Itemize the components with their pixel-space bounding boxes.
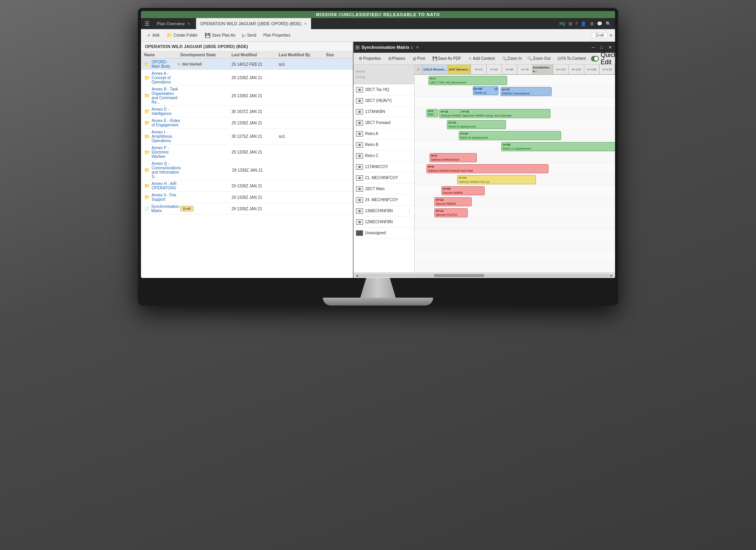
timeline-area[interactable]: H COLD Movem... HOT Movem... H+18 H+38 H…: [415, 65, 615, 272]
unit-12mechinfbn[interactable]: ▦ 12MECHINFBN: [354, 217, 414, 228]
folder-icon-annexb: 📁: [144, 93, 150, 98]
task-secure-pluto[interactable]: H+12 Secure PLUTO: [434, 208, 468, 217]
quick-edit-switch[interactable]: [591, 56, 599, 61]
unit-list: Before During ▦ 1BCT Tac HQ ▦ 1BCT (HEAV…: [354, 65, 415, 272]
unit-1bct-main[interactable]: ▦ 1BCT Main: [354, 183, 414, 194]
unit-menu-13[interactable]: ⋮: [407, 208, 412, 214]
tab-divider: [195, 20, 195, 27]
fit-content-button[interactable]: ⊡ Fit To Content: [556, 56, 588, 61]
unit-1bct-tac-hq[interactable]: ▦ 1BCT Tac HQ: [354, 84, 414, 95]
user-icon[interactable]: 👤: [581, 21, 586, 26]
monitor-icon[interactable]: 🖥: [589, 21, 594, 26]
unit-icon-1: ▦: [356, 87, 363, 93]
right-tab-actions: ─ □ ✕: [590, 44, 613, 50]
send-button[interactable]: ▷ Send: [240, 32, 258, 39]
plan-properties-button[interactable]: Plan Properties: [261, 32, 293, 38]
draft-dropdown[interactable]: ▾: [610, 33, 612, 37]
file-name-annexh: 📁 Annex H - AIR OPERATONS: [144, 181, 180, 190]
file-name-annexii: 📁 Annex II - Fire Support: [144, 193, 180, 202]
file-item-annexh[interactable]: 📁 Annex H - AIR OPERATONS 29 1339Z JAN 2…: [141, 180, 353, 192]
file-item-annexq[interactable]: 📁 Annex Q - Communications and Informati…: [141, 160, 353, 180]
task-secure-mars[interactable]: H+20 Secure MARS: [441, 186, 485, 195]
star-marker-1[interactable]: ★: [472, 85, 477, 93]
unit-24-mechinfcoy[interactable]: ▦ 24. MECHINFCOY: [354, 194, 414, 206]
task-main[interactable]: H+0 Main: [426, 109, 438, 117]
fit-icon: ⊡: [558, 56, 561, 61]
create-folder-button[interactable]: 📁 Create Folder: [164, 32, 200, 39]
unit-retro-a[interactable]: ▦ Retro A: [354, 128, 414, 139]
window-min[interactable]: ─: [590, 44, 597, 50]
col-name: Name: [144, 53, 180, 57]
phases-button[interactable]: ⊟ Phases: [386, 56, 407, 61]
task-objective-mars[interactable]: H+36 Objective MARS setup and Operate: [460, 109, 550, 118]
edit-icon-opord[interactable]: ✎: [177, 62, 180, 67]
scrollbar-thumb[interactable]: [434, 274, 484, 277]
row-11tankbn: [415, 97, 615, 108]
file-item-annexa[interactable]: 📁 Annex A - Concept of Operations 29 133…: [141, 70, 353, 86]
task-retro-a-deploy[interactable]: H+24 Retro A deployment: [447, 120, 506, 129]
tab-bar: ☰ Plan Overview ✕ OPERATION WILD JAGUAR …: [141, 18, 615, 29]
tab-plan-overview-close[interactable]: ✕: [187, 22, 190, 26]
star-marker-2[interactable]: ★: [493, 85, 499, 93]
scroll-right[interactable]: ▶: [610, 273, 613, 278]
task-enemy-resistance[interactable]: H+72 ENEMY Resistance: [500, 87, 552, 96]
file-item-annexp[interactable]: 📁 Annex P - Electronic Warfare 29 1339Z …: [141, 144, 353, 160]
add-button[interactable]: ＋ Add: [144, 31, 162, 39]
scrollbar-track[interactable]: [358, 274, 610, 277]
task-airfield-assault[interactable]: H+0 Salinas Airfield Assault and hold: [426, 164, 548, 173]
file-item-syncmatrix[interactable]: 📄 Synchronisation Matrix Draft 29 1339Z …: [141, 203, 353, 215]
unit-icon-5: ▦: [356, 131, 363, 137]
file-item-annexd[interactable]: 📁 Annex D - Intelligence 30 1637Z JAN 21: [141, 106, 353, 117]
print-button[interactable]: 🖨 Print: [410, 56, 427, 61]
unit-retro-b[interactable]: ▦ Retro B: [354, 139, 414, 150]
folder-icon-annexi: 📁: [144, 134, 150, 139]
tab-sync-matrix-close[interactable]: ✕: [304, 22, 307, 26]
unit-1bct-heavy[interactable]: ▦ 1BCT (HEAVY): [354, 95, 414, 106]
task-retro-c-deploy[interactable]: H+80 Retro C deployment: [501, 142, 615, 151]
file-item-annexii[interactable]: 📁 Annex II - Fire Support 29 1339Z JAN 2…: [141, 192, 353, 203]
file-item-annexe[interactable]: 📁 Annex E - Rules of Engagement 29 1339Z…: [141, 117, 353, 129]
file-item-annexb[interactable]: 📁 Annex B - Task Organisation and Comman…: [141, 86, 353, 106]
scroll-left[interactable]: ◀: [355, 273, 358, 278]
zoom-in-button[interactable]: 🔍 Zoom In: [500, 56, 524, 61]
quick-edit-label: Quick Edit: [600, 52, 615, 66]
add-content-button[interactable]: ＋ Add Content: [466, 55, 497, 62]
file-name-annexq: 📁 Annex Q - Communications and Informati…: [144, 161, 181, 179]
save-plan-as-button[interactable]: 💾 Save Plan As: [202, 32, 237, 39]
unit-unassigned[interactable]: Unassigned: [354, 228, 414, 239]
task-1bct-movement[interactable]: H+1 1BCT TAC HQ Movement: [428, 76, 507, 85]
sidebar-toggle[interactable]: ☰: [141, 20, 153, 27]
file-item-annexi[interactable]: 📁 Annex I - Amphibious Operations 30 127…: [141, 129, 353, 144]
properties-button[interactable]: ⚙ Properties: [357, 56, 383, 61]
tab-sync-matrix[interactable]: OPERATION WILD JAGUAR (1BDE OPORD) (BDE)…: [196, 18, 311, 29]
folder-icon-opord: 📁: [144, 61, 150, 67]
col-dev-state: Development State: [180, 53, 232, 57]
row-empty-2: [415, 240, 615, 251]
window-max[interactable]: □: [598, 44, 604, 50]
file-name-annexi: 📁 Annex I - Amphibious Operations: [144, 130, 180, 143]
task-airfield-asse[interactable]: H+3 Salinas Airfield Asse: [430, 153, 477, 162]
file-item-opord[interactable]: 📁 OPORD - Main Body ✎ Not Started 25 140…: [141, 59, 353, 70]
unit-13mechinfbn[interactable]: ▦ 13MECHINFBN ⋮: [354, 206, 414, 217]
right-toolbar: ⚙ Properties ⊟ Phases 🖨 Print: [354, 53, 615, 65]
sync-tab-info[interactable]: ℹ: [411, 45, 413, 50]
task-airfield-setup[interactable]: H+34 Salinas Airfield Set up: [457, 175, 536, 184]
question-icon[interactable]: ?: [575, 21, 578, 26]
unit-1bct-forward[interactable]: ▦ 1BCT Forward: [354, 117, 414, 128]
task-secure-mers[interactable]: H+12 Secure MERS: [434, 197, 472, 206]
unit-21-mechinfcoy[interactable]: ▦ 21. MECHINFCOY: [354, 172, 414, 183]
chat-icon[interactable]: 💬: [597, 21, 602, 26]
folder-icon: 📁: [167, 33, 172, 38]
unit-11tankbn[interactable]: ▦ 11TANKBN: [354, 106, 414, 117]
zoom-out-button[interactable]: 🔍 Zoom Out: [525, 56, 552, 61]
unit-11tankcoy[interactable]: ▦ 11TANKCOY: [354, 161, 414, 172]
search-icon[interactable]: 🔍: [606, 21, 611, 26]
sync-tab-close[interactable]: ✕: [416, 45, 419, 50]
save-pdf-button[interactable]: 💾 Save As PDF: [430, 56, 463, 61]
stand-base: [323, 298, 433, 306]
window-close[interactable]: ✕: [607, 44, 613, 50]
grid-icon[interactable]: ⊞: [569, 21, 572, 26]
tab-plan-overview[interactable]: Plan Overview ✕: [153, 18, 194, 29]
unit-retro-c[interactable]: ▦ Retro C: [354, 150, 414, 161]
task-retro-b-deploy[interactable]: H+36 Retro B deployment: [459, 131, 561, 140]
